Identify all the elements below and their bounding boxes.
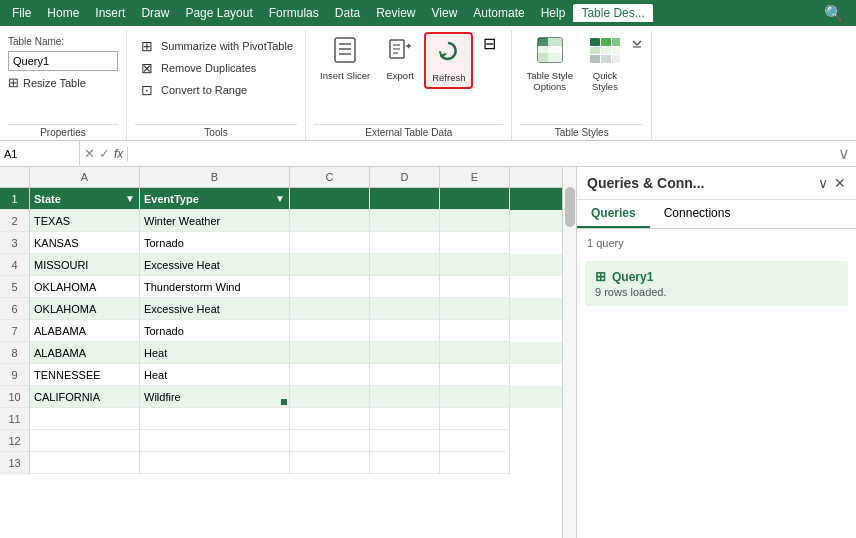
cell-a6[interactable]: OKLAHOMA bbox=[30, 298, 140, 320]
formula-fx-icon[interactable]: fx bbox=[114, 147, 123, 161]
col-header-d[interactable]: D bbox=[370, 167, 440, 187]
cell-a12[interactable] bbox=[30, 430, 140, 452]
row-header-11[interactable]: 11 bbox=[0, 408, 30, 430]
export-button[interactable]: Export bbox=[378, 32, 422, 85]
cell-d8[interactable] bbox=[370, 342, 440, 364]
cell-e7[interactable] bbox=[440, 320, 510, 342]
cell-b3[interactable]: Tornado bbox=[140, 232, 290, 254]
cell-e13[interactable] bbox=[440, 452, 510, 474]
cell-b13[interactable] bbox=[140, 452, 290, 474]
row-header-5[interactable]: 5 bbox=[0, 276, 30, 298]
cell-d3[interactable] bbox=[370, 232, 440, 254]
cell-a13[interactable] bbox=[30, 452, 140, 474]
row-header-4[interactable]: 4 bbox=[0, 254, 30, 276]
cell-a1[interactable]: State ▼ bbox=[30, 188, 140, 210]
row-header-10[interactable]: 10 bbox=[0, 386, 30, 408]
cell-b11[interactable] bbox=[140, 408, 290, 430]
menu-file[interactable]: File bbox=[4, 4, 39, 22]
resize-table-button[interactable]: ⊞ Resize Table bbox=[8, 75, 118, 90]
cell-a9[interactable]: TENNESSEE bbox=[30, 364, 140, 386]
row-header-6[interactable]: 6 bbox=[0, 298, 30, 320]
row-header-13[interactable]: 13 bbox=[0, 452, 30, 474]
cell-c3[interactable] bbox=[290, 232, 370, 254]
row-header-9[interactable]: 9 bbox=[0, 364, 30, 386]
menu-review[interactable]: Review bbox=[368, 4, 423, 22]
cell-a10[interactable]: CALIFORNIA bbox=[30, 386, 140, 408]
formula-cancel-icon[interactable]: ✕ bbox=[84, 146, 95, 161]
cell-d12[interactable] bbox=[370, 430, 440, 452]
cell-d5[interactable] bbox=[370, 276, 440, 298]
query-list-item[interactable]: ⊞ Query1 9 rows loaded. bbox=[585, 261, 848, 306]
cell-c2[interactable] bbox=[290, 210, 370, 232]
tab-queries[interactable]: Queries bbox=[577, 200, 650, 228]
summarize-pivottable-button[interactable]: ⊞ Summarize with PivotTable bbox=[135, 36, 297, 56]
cell-d11[interactable] bbox=[370, 408, 440, 430]
cell-c4[interactable] bbox=[290, 254, 370, 276]
remove-duplicates-button[interactable]: ⊠ Remove Duplicates bbox=[135, 58, 297, 78]
queries-minimize-icon[interactable]: ∨ bbox=[818, 175, 828, 191]
cell-b8[interactable]: Heat bbox=[140, 342, 290, 364]
menu-insert[interactable]: Insert bbox=[87, 4, 133, 22]
cell-a2[interactable]: TEXAS bbox=[30, 210, 140, 232]
cell-d6[interactable] bbox=[370, 298, 440, 320]
cell-d2[interactable] bbox=[370, 210, 440, 232]
cell-e12[interactable] bbox=[440, 430, 510, 452]
cell-c11[interactable] bbox=[290, 408, 370, 430]
row-header-3[interactable]: 3 bbox=[0, 232, 30, 254]
cell-c7[interactable] bbox=[290, 320, 370, 342]
cell-b9[interactable]: Heat bbox=[140, 364, 290, 386]
refresh-button[interactable]: Refresh bbox=[424, 32, 473, 89]
cell-c9[interactable] bbox=[290, 364, 370, 386]
cell-a8[interactable]: ALABAMA bbox=[30, 342, 140, 364]
cell-d7[interactable] bbox=[370, 320, 440, 342]
cell-b1[interactable]: EventType ▼ bbox=[140, 188, 290, 210]
col-header-c[interactable]: C bbox=[290, 167, 370, 187]
convert-to-range-button[interactable]: ⊡ Convert to Range bbox=[135, 80, 297, 100]
col-header-e[interactable]: E bbox=[440, 167, 510, 187]
cell-reference[interactable]: A1 bbox=[0, 141, 80, 166]
cell-e11[interactable] bbox=[440, 408, 510, 430]
cell-c5[interactable] bbox=[290, 276, 370, 298]
cell-a5[interactable]: OKLAHOMA bbox=[30, 276, 140, 298]
cell-c6[interactable] bbox=[290, 298, 370, 320]
cell-e3[interactable] bbox=[440, 232, 510, 254]
row-header-2[interactable]: 2 bbox=[0, 210, 30, 232]
menu-formulas[interactable]: Formulas bbox=[261, 4, 327, 22]
table-style-options-button[interactable]: Table Style Options bbox=[520, 32, 578, 97]
cell-e8[interactable] bbox=[440, 342, 510, 364]
formula-expand-icon[interactable]: ∨ bbox=[832, 144, 856, 163]
menu-view[interactable]: View bbox=[424, 4, 466, 22]
menu-data[interactable]: Data bbox=[327, 4, 368, 22]
cell-e4[interactable] bbox=[440, 254, 510, 276]
cell-b12[interactable] bbox=[140, 430, 290, 452]
col-header-a[interactable]: A bbox=[30, 167, 140, 187]
cell-d13[interactable] bbox=[370, 452, 440, 474]
cell-e1[interactable] bbox=[440, 188, 510, 210]
cell-d4[interactable] bbox=[370, 254, 440, 276]
cell-a3[interactable]: KANSAS bbox=[30, 232, 140, 254]
cell-b4[interactable]: Excessive Heat bbox=[140, 254, 290, 276]
cell-b10[interactable]: Wildfire bbox=[140, 386, 290, 408]
menu-page-layout[interactable]: Page Layout bbox=[177, 4, 260, 22]
menu-home[interactable]: Home bbox=[39, 4, 87, 22]
eventtype-dropdown-icon[interactable]: ▼ bbox=[275, 193, 285, 204]
formula-input[interactable] bbox=[128, 147, 832, 161]
formula-confirm-icon[interactable]: ✓ bbox=[99, 146, 110, 161]
properties-button[interactable]: ⊟ bbox=[475, 32, 503, 56]
vertical-scrollbar[interactable] bbox=[562, 167, 576, 538]
cell-c12[interactable] bbox=[290, 430, 370, 452]
cell-c13[interactable] bbox=[290, 452, 370, 474]
row-header-7[interactable]: 7 bbox=[0, 320, 30, 342]
row-header-8[interactable]: 8 bbox=[0, 342, 30, 364]
table-name-input[interactable] bbox=[8, 51, 118, 71]
state-dropdown-icon[interactable]: ▼ bbox=[125, 193, 135, 204]
scroll-thumb[interactable] bbox=[565, 187, 575, 227]
cell-e9[interactable] bbox=[440, 364, 510, 386]
cell-c8[interactable] bbox=[290, 342, 370, 364]
cell-d9[interactable] bbox=[370, 364, 440, 386]
insert-slicer-button[interactable]: Insert Slicer bbox=[314, 32, 376, 85]
tab-connections[interactable]: Connections bbox=[650, 200, 745, 228]
col-header-b[interactable]: B bbox=[140, 167, 290, 187]
cell-a4[interactable]: MISSOURI bbox=[30, 254, 140, 276]
cell-a7[interactable]: ALABAMA bbox=[30, 320, 140, 342]
